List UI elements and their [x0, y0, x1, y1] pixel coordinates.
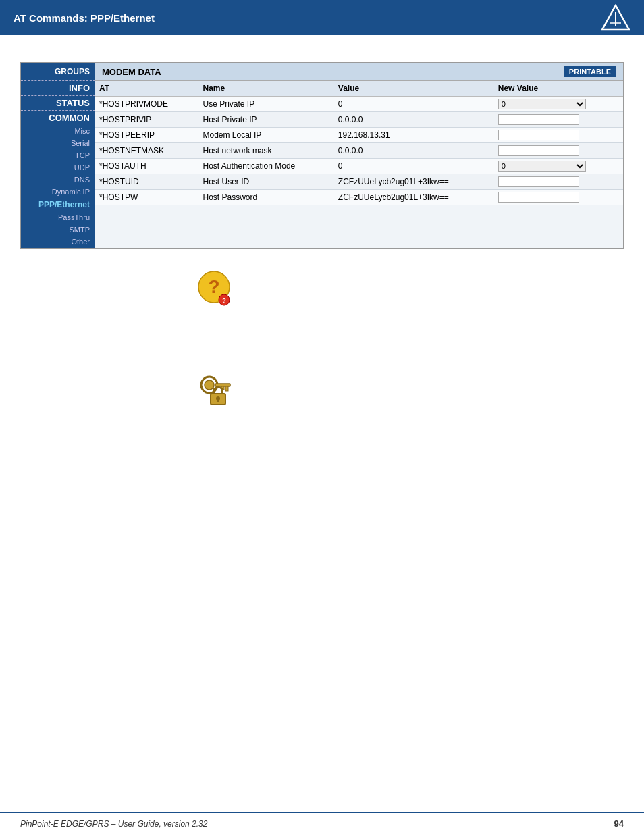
printable-button[interactable]: PRINTABLE [564, 66, 616, 77]
sidebar-item-dns[interactable]: DNS [21, 174, 95, 186]
table-row: *HOSTPRIVMODEUse Private IP00 [95, 97, 623, 112]
cell-at: *HOSTPRIVMODE [95, 97, 199, 112]
cell-value: 0.0.0.0 [334, 112, 494, 128]
new-value-select[interactable]: 0 [498, 161, 586, 172]
cell-name: Host User ID [199, 174, 334, 190]
key-icon [196, 370, 233, 411]
cell-new-value[interactable] [494, 112, 623, 128]
groups-label: GROUPS [21, 63, 95, 80]
sidebar-item-misc[interactable]: Misc [21, 125, 95, 137]
sidebar-item-common[interactable]: COMMON [21, 111, 95, 125]
cell-new-value[interactable] [494, 143, 623, 159]
page-number: 94 [614, 818, 624, 829]
cell-at: *HOSTNETMASK [95, 143, 199, 159]
table-row: *HOSTUIDHost User IDZCFzUUeLycb2ug01L+3I… [95, 174, 623, 190]
modem-panel-header: MODEM DATA PRINTABLE [95, 63, 623, 81]
cell-new-value[interactable] [494, 190, 623, 205]
sidebar-item-dynamic-ip[interactable]: Dynamic IP [21, 186, 95, 198]
svg-rect-9 [215, 384, 230, 386]
cell-name: Use Private IP [199, 97, 334, 112]
sidebar-item-udp[interactable]: UDP [21, 161, 95, 174]
cell-new-value[interactable] [494, 174, 623, 190]
cell-at: *HOSTUID [95, 174, 199, 190]
new-value-input[interactable] [498, 130, 579, 140]
table-row: *HOSTNETMASKHost network mask0.0.0.0 [95, 143, 623, 159]
header-title: AT Commands: PPP/Ethernet [14, 12, 155, 24]
cell-value: 0.0.0.0 [334, 143, 494, 159]
cell-at: *HOSTPRIVIP [95, 112, 199, 128]
page-header: AT Commands: PPP/Ethernet [0, 0, 644, 35]
sidebar-item-status[interactable]: STATUS [21, 96, 95, 110]
cell-new-value[interactable]: 0 [494, 97, 623, 112]
footer-text: PinPoint-E EDGE/GPRS – User Guide, versi… [20, 819, 207, 829]
new-value-select[interactable]: 0 [498, 99, 586, 109]
cell-at: *HOSTPEERIP [95, 128, 199, 143]
groups-panel: GROUPS INFO STATUS COMMON Misc Serial TC… [21, 63, 95, 248]
new-value-input[interactable] [498, 192, 579, 203]
svg-text:?: ? [222, 297, 226, 304]
table-row: *HOSTPEERIPModem Local IP192.168.13.31 [95, 128, 623, 143]
security-icon-area [20, 316, 624, 417]
modem-panel-title: MODEM DATA [102, 67, 161, 77]
table-row: *HOSTAUTHHost Authentication Mode00 [95, 159, 623, 174]
cell-value: 192.168.13.31 [334, 128, 494, 143]
sidebar-item-other[interactable]: Other [21, 236, 95, 248]
help-icon: ? ? [196, 269, 233, 309]
sidebar-item-ppp-ethernet[interactable]: PPP/Ethernet [21, 198, 95, 211]
company-logo [601, 4, 630, 31]
cell-value: 0 [334, 159, 494, 174]
cell-new-value[interactable] [494, 128, 623, 143]
new-value-input[interactable] [498, 176, 579, 187]
page-footer: PinPoint-E EDGE/GPRS – User Guide, versi… [0, 812, 644, 834]
table-row: *HOSTPRIVIPHost Private IP0.0.0.0 [95, 112, 623, 128]
svg-point-8 [205, 380, 214, 390]
col-name: Name [199, 81, 334, 97]
col-at: AT [95, 81, 199, 97]
cell-new-value[interactable]: 0 [494, 159, 623, 174]
sidebar-item-tcp[interactable]: TCP [21, 149, 95, 161]
svg-rect-14 [217, 399, 219, 402]
cell-value: ZCFzUUeLycb2ug01L+3Ikw== [334, 190, 494, 205]
sidebar-item-serial[interactable]: Serial [21, 137, 95, 149]
cell-at: *HOSTAUTH [95, 159, 199, 174]
help-icon-area: ? ? [20, 249, 624, 316]
sidebar-item-info[interactable]: INFO [21, 81, 95, 95]
cell-name: Host Authentication Mode [199, 159, 334, 174]
new-value-input[interactable] [498, 114, 579, 125]
svg-text:?: ? [208, 276, 219, 297]
main-content: GROUPS INFO STATUS COMMON Misc Serial TC… [0, 35, 644, 431]
table-header-row: AT Name Value New Value [95, 81, 623, 97]
table-row: *HOSTPWHost PasswordZCFzUUeLycb2ug01L+3I… [95, 190, 623, 205]
cell-value: ZCFzUUeLycb2ug01L+3Ikw== [334, 174, 494, 190]
cell-at: *HOSTPW [95, 190, 199, 205]
cell-name: Host Private IP [199, 112, 334, 128]
at-commands-table: AT Name Value New Value *HOSTPRIVMODEUse… [95, 81, 623, 205]
modem-data-panel: MODEM DATA PRINTABLE AT Name Value New V… [95, 63, 623, 248]
cell-name: Host network mask [199, 143, 334, 159]
cell-name: Modem Local IP [199, 128, 334, 143]
cell-value: 0 [334, 97, 494, 112]
data-table-container: GROUPS INFO STATUS COMMON Misc Serial TC… [20, 62, 624, 249]
new-value-input[interactable] [498, 145, 579, 156]
cell-name: Host Password [199, 190, 334, 205]
sidebar-item-smtp[interactable]: SMTP [21, 224, 95, 236]
col-value: Value [334, 81, 494, 97]
col-new-value: New Value [494, 81, 623, 97]
sidebar-item-passthru[interactable]: PassThru [21, 211, 95, 224]
svg-rect-11 [225, 386, 228, 391]
